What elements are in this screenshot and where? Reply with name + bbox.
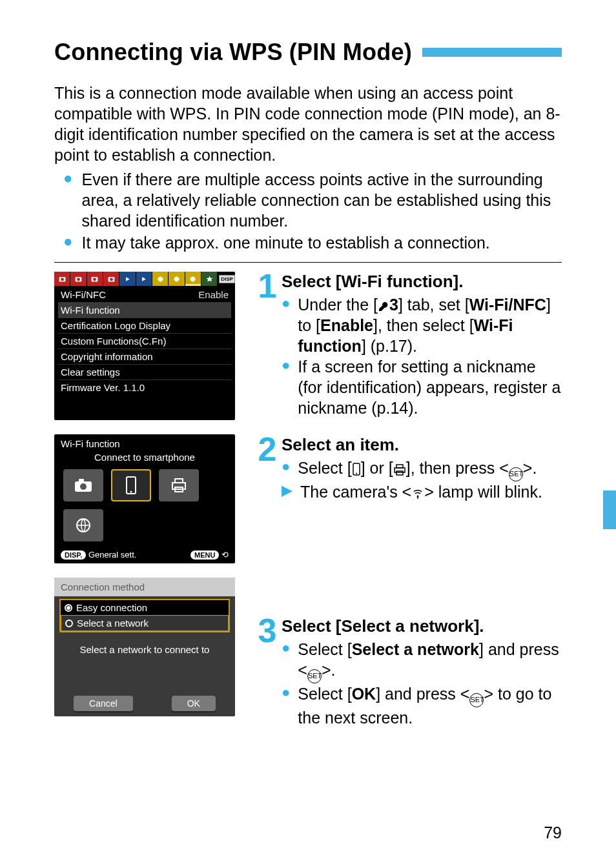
step-1-title: Select [Wi-Fi function]. [282,272,562,292]
footer-right: MENU ⟲ [190,550,229,560]
wifi-lamp-icon [411,483,424,504]
tab-shoot-icon [54,272,70,286]
bullet-dot-icon: ● [63,232,73,253]
tab-playback-icon [119,272,136,286]
step-3-title: Select [Select a network]. [282,616,562,636]
step-3-bullet-2: Select [OK] and press <SET> to go to the… [298,683,562,728]
svg-rect-17 [175,479,183,483]
wrench-icon [378,301,389,312]
cancel-button: Cancel [74,696,133,711]
bullet-dot-icon: ● [282,458,290,481]
set-button-icon: SET [307,669,322,683]
tab-setup-3-icon [185,272,201,286]
camera-tabbar: DISP [54,272,235,286]
set-button-icon: SET [469,693,484,707]
result-triangle-icon: ▶ [282,481,293,504]
intro-paragraph: This is a connection mode available when… [54,83,562,165]
svg-rect-23 [396,465,403,468]
svg-point-7 [110,278,113,281]
svg-rect-12 [79,479,84,482]
tab-setup-icon [152,272,169,286]
tab-shoot-icon [103,272,119,286]
connection-method-title: Connection method [54,578,235,596]
menu-row: Wi-Fi function [58,303,231,318]
menu-row: Copyright information [58,349,231,365]
svg-point-21 [356,473,357,474]
tab-playback-icon [136,272,152,286]
page-number: 79 [544,823,562,842]
camera-menu-screenshot-1: DISP Wi-Fi/NFCEnable Wi-Fi function Cert… [54,272,235,420]
svg-marker-9 [142,277,146,281]
connection-msg: Select a network to connect to [54,632,235,660]
section-divider [54,262,562,263]
printer-icon [159,469,199,501]
menu-row: Firmware Ver. 1.1.0 [58,380,231,395]
step-2-bullet-2: The camera's <> lamp will blink. [300,481,562,504]
radio-select-network: Select a network [61,615,229,631]
top-bullet-1: Even if there are multiple access points… [82,169,562,231]
smartphone-icon [111,469,151,501]
step-1-bullet-2: If a screen for setting a nickname (for … [298,356,562,418]
camera-transfer-icon [63,469,103,501]
ok-button: OK [172,696,216,711]
step-2-title: Select an item. [282,435,562,455]
menu-row: Clear settings [58,365,231,380]
step-number-2: 2 [257,435,278,504]
menu-row: Certification Logo Display [58,318,231,334]
svg-point-3 [77,278,80,281]
step-number-1: 1 [257,272,278,418]
tab-shoot-icon [87,272,103,286]
smartphone-icon [352,463,361,476]
bullet-dot-icon: ● [282,294,290,356]
svg-point-1 [61,278,64,281]
bullet-dot-icon: ● [282,356,290,418]
web-upload-icon [63,509,103,541]
step-1-bullet-1: Under the [3] tab, set [Wi-Fi/NFC] to [E… [298,294,562,356]
step-2-bullet-1: Select [] or [], then press <SET>. [298,458,562,481]
bullet-dot-icon: ● [63,169,73,231]
top-bullet-2: It may take approx. one minute to establ… [82,232,490,253]
title-accent-bar [422,48,562,57]
svg-rect-24 [396,471,403,475]
radio-easy-connection: Easy connection [61,600,229,615]
step-3-bullet-1: Select [Select a network] and press <SET… [298,639,562,683]
printer-icon [393,464,406,476]
set-button-icon: SET [509,467,523,481]
bullet-dot-icon: ● [282,639,290,683]
wifi-function-title: Wi-Fi function [54,434,235,450]
menu-row: Custom Functions(C.Fn) [58,334,231,349]
svg-point-5 [93,278,96,281]
disp-badge: DISP [219,275,235,283]
menu-row: Wi-Fi/NFCEnable [58,287,231,303]
camera-menu-screenshot-3: Connection method Easy connection Select… [54,578,235,716]
page-title: Connecting via WPS (PIN Mode) [54,39,412,66]
footer-left: DISP. General sett. [61,550,136,560]
svg-marker-10 [206,276,212,281]
step-number-3: 3 [257,616,278,728]
wifi-function-subtitle: Connect to smartphone [54,450,235,467]
tab-mymenu-icon [201,272,218,286]
svg-point-15 [130,491,132,493]
tab-shoot-icon [70,272,87,286]
svg-marker-8 [126,277,130,281]
tab-setup-icon [169,272,185,286]
side-tab-marker [603,490,616,529]
bullet-dot-icon: ● [282,683,290,728]
svg-point-13 [80,483,87,490]
camera-menu-screenshot-2: Wi-Fi function Connect to smartphone DIS… [54,434,235,563]
